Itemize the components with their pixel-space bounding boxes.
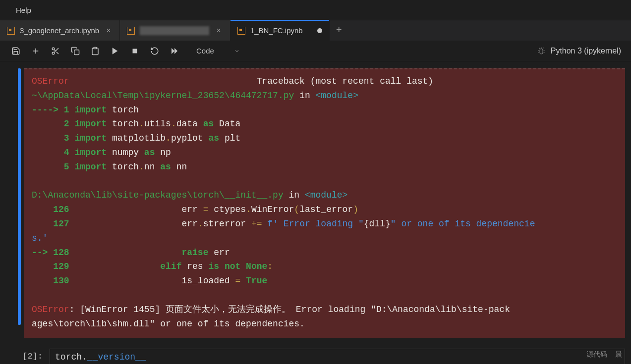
run-button[interactable]: [108, 44, 122, 58]
bug-icon: [537, 47, 546, 55]
tab-bar: 3_googlenet_arch.ipynb × × 1_BN_FC.ipynb…: [0, 20, 631, 41]
cell-type-label: Code: [196, 47, 214, 55]
copy-button[interactable]: [68, 44, 82, 58]
svg-marker-12: [174, 48, 177, 54]
new-tab-button[interactable]: +: [330, 20, 348, 41]
tab-label: 1_BN_FC.ipynb: [250, 26, 312, 35]
svg-marker-11: [172, 48, 174, 54]
status-corner: 源代码 晨: [586, 350, 622, 359]
cut-button[interactable]: [49, 44, 62, 58]
tab-redacted[interactable]: ×: [120, 20, 230, 41]
status-source[interactable]: 源代码: [586, 350, 607, 359]
stop-button[interactable]: [128, 44, 142, 58]
output-area: OSError Traceback (most recent call last…: [24, 61, 631, 364]
svg-rect-8: [94, 47, 97, 49]
svg-rect-10: [133, 49, 137, 53]
chevron-down-icon: [234, 48, 240, 54]
menu-help[interactable]: Help: [10, 3, 37, 17]
notebook-icon: [127, 27, 135, 35]
menubar: Help: [0, 0, 631, 20]
cell-marker[interactable]: [18, 68, 21, 325]
tab-label: 3_googlenet_arch.ipynb: [20, 26, 99, 35]
notebook-icon: [237, 27, 245, 35]
status-other[interactable]: 晨: [615, 350, 622, 359]
svg-rect-7: [74, 50, 79, 54]
close-icon[interactable]: ×: [214, 25, 223, 36]
notebook-icon: [7, 27, 15, 35]
svg-point-2: [52, 48, 55, 50]
toolbar: Code Python 3 (ipykernel): [0, 41, 631, 61]
cell-type-dropdown[interactable]: Code: [191, 45, 245, 57]
traceback-output: OSError Traceback (most recent call last…: [24, 68, 625, 338]
notebook-area: OSError Traceback (most recent call last…: [0, 61, 631, 364]
svg-rect-13: [540, 49, 543, 54]
code-cell[interactable]: [2]: torch.__version__: [24, 349, 631, 364]
kernel-name: Python 3 (ipykernel): [551, 47, 621, 55]
tab-label-redacted: [140, 26, 209, 35]
tab-googlenet[interactable]: 3_googlenet_arch.ipynb ×: [0, 20, 120, 41]
add-cell-button[interactable]: [29, 44, 43, 58]
restart-button[interactable]: [148, 44, 162, 58]
kernel-status[interactable]: Python 3 (ipykernel): [537, 47, 626, 55]
paste-button[interactable]: [88, 44, 102, 58]
svg-line-6: [54, 50, 56, 51]
code-input[interactable]: torch.__version__: [50, 349, 625, 364]
save-button[interactable]: [9, 44, 23, 58]
svg-marker-9: [113, 48, 118, 54]
cell-prompt: [2]:: [24, 349, 50, 364]
run-all-button[interactable]: [168, 44, 181, 58]
svg-line-5: [57, 52, 58, 53]
dirty-indicator-icon: [317, 28, 322, 33]
svg-point-3: [52, 52, 55, 54]
tab-bn-fc[interactable]: 1_BN_FC.ipynb: [230, 20, 330, 41]
close-icon[interactable]: ×: [104, 25, 113, 36]
cell-gutter: [0, 61, 24, 364]
